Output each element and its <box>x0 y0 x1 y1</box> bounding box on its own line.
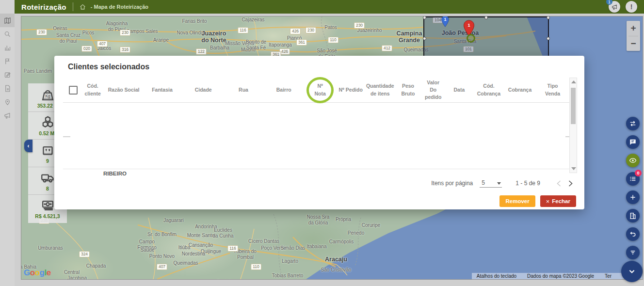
column-header-label: Peso Bruto <box>401 82 415 97</box>
table-body: RIBEIRO <box>63 102 570 176</box>
left-icon-rail <box>0 0 15 286</box>
fab-building[interactable] <box>626 209 640 222</box>
fab-route-swap[interactable] <box>626 117 640 130</box>
remove-button[interactable]: Remover <box>499 195 535 207</box>
stat-value: 8 <box>46 186 49 191</box>
next-page-button[interactable] <box>564 177 576 189</box>
selection-handle[interactable] <box>547 16 550 19</box>
previous-page-button[interactable] <box>553 177 564 189</box>
fab-chat[interactable] <box>626 135 640 149</box>
document-icon <box>4 85 11 92</box>
column-header-label: Tipo Venda <box>545 82 560 97</box>
column-header-label: Cobrança <box>508 86 531 94</box>
sidebar-item-edit[interactable] <box>0 68 15 81</box>
chart-icon <box>4 44 11 51</box>
sidebar-item-flag[interactable] <box>0 54 15 68</box>
selection-handle[interactable] <box>484 16 488 19</box>
cube-icon <box>40 115 55 130</box>
fab-plus[interactable] <box>626 191 640 204</box>
search-icon <box>4 31 11 38</box>
table-bottom-border <box>63 169 570 169</box>
sidebar-item-chart[interactable] <box>0 41 15 54</box>
selection-handle[interactable] <box>547 37 550 40</box>
column-header-valor-do-pedido[interactable]: Valor Do pedido <box>421 78 445 102</box>
fab-list[interactable]: 0 <box>626 172 640 186</box>
selection-handle[interactable] <box>423 16 426 19</box>
sidebar-item-map[interactable] <box>0 14 15 27</box>
column-header-label: Quantidade de itens <box>366 82 394 97</box>
column-header-label: Cód. cliente <box>84 82 100 97</box>
eye-icon <box>629 157 637 164</box>
route-swap-icon <box>629 120 637 127</box>
column-header-label: Bairro <box>276 86 291 94</box>
column-header-cidade[interactable]: Cidade <box>183 78 224 102</box>
column-header-label: Valor Do pedido <box>425 79 441 101</box>
column-header-tipo-venda[interactable]: Tipo Venda <box>535 78 570 102</box>
svg-text:Kg: Kg <box>45 94 50 98</box>
column-header-label: Cidade <box>195 86 212 94</box>
column-header-cobrança[interactable]: Cobrança <box>504 78 535 102</box>
terms-link[interactable]: Ter <box>605 273 612 279</box>
fab-undo[interactable] <box>626 227 640 241</box>
selected-clients-modal: Clientes selecionados Cód. clienteRazão … <box>54 56 584 209</box>
select-all-checkbox[interactable] <box>69 86 78 95</box>
sidebar-item-search[interactable] <box>0 27 15 41</box>
fab-chevron-down[interactable] <box>621 261 643 282</box>
marker-count: 1 <box>463 23 475 28</box>
scrollbar-thumb[interactable] <box>571 88 576 124</box>
map-attribution: Atalhos do tecladoDados do mapa ©2023 Go… <box>472 273 643 279</box>
sidebar-item-pin[interactable] <box>0 95 15 109</box>
zoom-out-button[interactable]: − <box>627 36 640 51</box>
items-per-page-label: Itens por página <box>431 180 473 187</box>
column-header-cód.-cobrança[interactable]: Cód. Cobrança <box>473 78 504 102</box>
column-header-data[interactable]: Data <box>445 78 473 102</box>
column-header-razão-social[interactable]: Razão Social <box>106 78 141 102</box>
blue-pin-marker[interactable]: 1 <box>441 16 450 27</box>
column-header-fantasia[interactable]: Fantasia <box>141 78 183 102</box>
package-icon <box>40 143 55 158</box>
empty-cell-dash <box>63 136 70 137</box>
map-label: Santaluz <box>217 279 236 280</box>
sidebar-item-document[interactable] <box>0 81 15 95</box>
marker-count: 1 <box>441 17 450 22</box>
zoom-in-button[interactable]: + <box>627 21 640 36</box>
scroll-up-arrow[interactable] <box>571 80 576 83</box>
table-scrollbar[interactable] <box>569 78 577 173</box>
truck-icon <box>40 170 55 185</box>
google-letter: o <box>35 268 40 277</box>
cluster-marker[interactable] <box>467 34 475 43</box>
collapse-panel-button[interactable]: ‹ <box>24 140 32 152</box>
column-header-bairro[interactable]: Bairro <box>263 78 304 102</box>
column-header-quantidade-de-itens[interactable]: Quantidade de itens <box>365 78 395 102</box>
close-button[interactable]: × Fechar <box>540 195 576 207</box>
weight-icon: Kg <box>40 87 55 102</box>
google-letter: e <box>47 268 51 277</box>
edit-icon <box>4 71 11 79</box>
fab-eye[interactable] <box>626 154 640 167</box>
app-title: Roteirização <box>21 3 66 11</box>
stat-value: R$ 4.521,3 <box>35 213 60 219</box>
column-header-label: Nº Nota <box>314 82 325 97</box>
google-letter: G <box>24 268 30 277</box>
selection-handle[interactable] <box>423 37 426 40</box>
sidebar-item-megaphone[interactable] <box>0 109 15 122</box>
scroll-down-arrow[interactable] <box>571 167 576 170</box>
column-header-nº-pedido[interactable]: Nº Pedido <box>336 78 365 102</box>
keyboard-shortcuts-link[interactable]: Atalhos do teclado <box>477 273 516 279</box>
map-zoom-control: + − <box>627 21 640 51</box>
column-header-nº-nota[interactable]: Nº Nota <box>304 78 336 102</box>
chevron-down-icon <box>627 266 637 277</box>
column-header-rua[interactable]: Rua <box>224 78 264 102</box>
announcements-button[interactable]: 1 <box>609 1 620 13</box>
google-logo: Google <box>24 268 51 278</box>
column-header-cód.-cliente[interactable]: Cód. cliente <box>79 78 106 102</box>
home-icon[interactable] <box>80 4 86 10</box>
column-header-peso-bruto[interactable]: Peso Bruto <box>395 78 421 102</box>
alerts-button[interactable]: ! <box>626 1 637 13</box>
page-size-select[interactable]: 5 <box>480 179 502 188</box>
fab-filter[interactable] <box>626 246 640 259</box>
pin-icon <box>4 98 11 106</box>
stat-value: 9 <box>46 158 49 164</box>
chat-icon <box>629 138 637 146</box>
plus-icon <box>629 193 637 201</box>
